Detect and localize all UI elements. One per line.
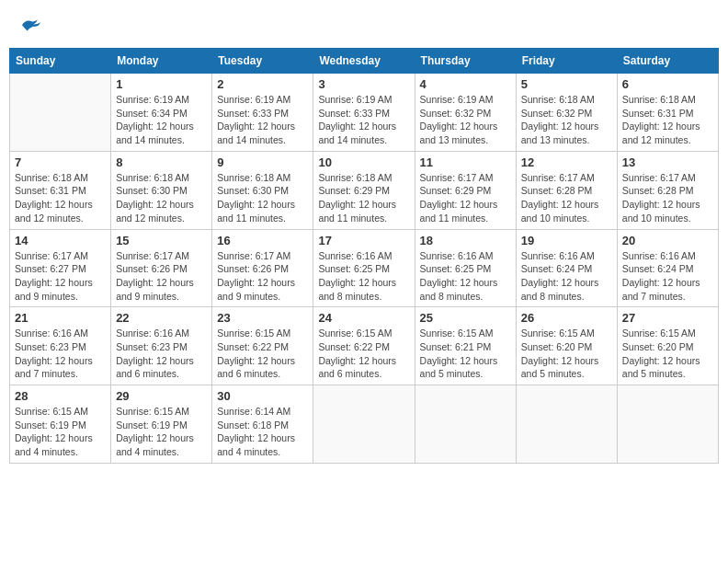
calendar-cell bbox=[617, 385, 718, 464]
calendar-cell bbox=[10, 74, 111, 152]
day-number: 2 bbox=[217, 77, 308, 91]
weekday-header-tuesday: Tuesday bbox=[212, 49, 313, 74]
logo-bird-icon bbox=[18, 17, 40, 35]
day-info: Sunrise: 6:16 AM Sunset: 6:25 PM Dayligh… bbox=[420, 249, 511, 304]
calendar-cell: 25Sunrise: 6:15 AM Sunset: 6:21 PM Dayli… bbox=[415, 307, 516, 385]
day-number: 9 bbox=[217, 155, 308, 169]
calendar-cell: 16Sunrise: 6:17 AM Sunset: 6:26 PM Dayli… bbox=[212, 229, 313, 307]
weekday-header-thursday: Thursday bbox=[415, 49, 516, 74]
day-info: Sunrise: 6:16 AM Sunset: 6:23 PM Dayligh… bbox=[116, 327, 207, 381]
day-number: 23 bbox=[217, 311, 308, 325]
day-number: 12 bbox=[521, 155, 612, 169]
calendar-week-0: 1Sunrise: 6:19 AM Sunset: 6:34 PM Daylig… bbox=[10, 74, 719, 152]
day-info: Sunrise: 6:17 AM Sunset: 6:26 PM Dayligh… bbox=[116, 249, 207, 304]
day-info: Sunrise: 6:18 AM Sunset: 6:29 PM Dayligh… bbox=[318, 171, 409, 225]
day-number: 28 bbox=[15, 389, 106, 403]
day-info: Sunrise: 6:19 AM Sunset: 6:34 PM Dayligh… bbox=[116, 93, 207, 147]
day-number: 27 bbox=[622, 311, 713, 325]
calendar-cell: 14Sunrise: 6:17 AM Sunset: 6:27 PM Dayli… bbox=[10, 229, 111, 307]
calendar-cell: 21Sunrise: 6:16 AM Sunset: 6:23 PM Dayli… bbox=[10, 307, 111, 385]
day-info: Sunrise: 6:15 AM Sunset: 6:22 PM Dayligh… bbox=[318, 327, 409, 381]
weekday-header-wednesday: Wednesday bbox=[313, 49, 415, 74]
calendar-cell: 13Sunrise: 6:17 AM Sunset: 6:28 PM Dayli… bbox=[617, 151, 718, 229]
day-info: Sunrise: 6:16 AM Sunset: 6:23 PM Dayligh… bbox=[15, 327, 106, 381]
day-info: Sunrise: 6:17 AM Sunset: 6:28 PM Dayligh… bbox=[521, 171, 612, 225]
day-info: Sunrise: 6:15 AM Sunset: 6:22 PM Dayligh… bbox=[217, 327, 308, 381]
calendar-cell: 15Sunrise: 6:17 AM Sunset: 6:26 PM Dayli… bbox=[111, 229, 212, 307]
weekday-header-saturday: Saturday bbox=[617, 49, 718, 74]
day-number: 10 bbox=[318, 155, 409, 169]
day-info: Sunrise: 6:18 AM Sunset: 6:31 PM Dayligh… bbox=[622, 93, 713, 147]
calendar-week-4: 28Sunrise: 6:15 AM Sunset: 6:19 PM Dayli… bbox=[10, 385, 719, 464]
calendar-header: SundayMondayTuesdayWednesdayThursdayFrid… bbox=[10, 49, 719, 74]
weekday-header-row: SundayMondayTuesdayWednesdayThursdayFrid… bbox=[10, 49, 719, 74]
logo bbox=[18, 17, 40, 35]
weekday-header-monday: Monday bbox=[111, 49, 212, 74]
day-number: 15 bbox=[116, 234, 207, 247]
calendar-cell: 8Sunrise: 6:18 AM Sunset: 6:30 PM Daylig… bbox=[111, 151, 212, 229]
day-number: 11 bbox=[420, 155, 511, 169]
calendar-cell: 10Sunrise: 6:18 AM Sunset: 6:29 PM Dayli… bbox=[313, 151, 415, 229]
day-number: 16 bbox=[217, 234, 308, 247]
day-info: Sunrise: 6:15 AM Sunset: 6:20 PM Dayligh… bbox=[622, 327, 713, 381]
day-number: 1 bbox=[116, 77, 207, 91]
day-info: Sunrise: 6:16 AM Sunset: 6:24 PM Dayligh… bbox=[521, 249, 612, 304]
day-info: Sunrise: 6:19 AM Sunset: 6:33 PM Dayligh… bbox=[217, 93, 308, 147]
day-number: 30 bbox=[217, 389, 308, 403]
calendar-cell: 26Sunrise: 6:15 AM Sunset: 6:20 PM Dayli… bbox=[516, 307, 617, 385]
day-number: 29 bbox=[116, 389, 207, 403]
calendar-cell: 30Sunrise: 6:14 AM Sunset: 6:18 PM Dayli… bbox=[212, 385, 313, 464]
day-number: 7 bbox=[15, 155, 106, 169]
calendar-cell: 3Sunrise: 6:19 AM Sunset: 6:33 PM Daylig… bbox=[313, 74, 415, 152]
day-number: 5 bbox=[521, 77, 612, 91]
weekday-header-sunday: Sunday bbox=[10, 49, 111, 74]
calendar-cell: 7Sunrise: 6:18 AM Sunset: 6:31 PM Daylig… bbox=[10, 151, 111, 229]
day-number: 19 bbox=[521, 234, 612, 247]
calendar-cell: 6Sunrise: 6:18 AM Sunset: 6:31 PM Daylig… bbox=[617, 74, 718, 152]
calendar-cell: 24Sunrise: 6:15 AM Sunset: 6:22 PM Dayli… bbox=[313, 307, 415, 385]
calendar-cell: 29Sunrise: 6:15 AM Sunset: 6:19 PM Dayli… bbox=[111, 385, 212, 464]
day-info: Sunrise: 6:18 AM Sunset: 6:32 PM Dayligh… bbox=[521, 93, 612, 147]
day-number: 21 bbox=[15, 311, 106, 325]
calendar-body: 1Sunrise: 6:19 AM Sunset: 6:34 PM Daylig… bbox=[10, 74, 719, 464]
day-number: 25 bbox=[420, 311, 511, 325]
calendar-cell: 27Sunrise: 6:15 AM Sunset: 6:20 PM Dayli… bbox=[617, 307, 718, 385]
calendar-cell: 22Sunrise: 6:16 AM Sunset: 6:23 PM Dayli… bbox=[111, 307, 212, 385]
day-number: 24 bbox=[318, 311, 409, 325]
day-number: 13 bbox=[622, 155, 713, 169]
day-info: Sunrise: 6:16 AM Sunset: 6:24 PM Dayligh… bbox=[622, 249, 713, 304]
day-info: Sunrise: 6:17 AM Sunset: 6:27 PM Dayligh… bbox=[15, 249, 106, 304]
calendar-cell: 12Sunrise: 6:17 AM Sunset: 6:28 PM Dayli… bbox=[516, 151, 617, 229]
day-number: 3 bbox=[318, 77, 409, 91]
day-info: Sunrise: 6:19 AM Sunset: 6:33 PM Dayligh… bbox=[318, 93, 409, 147]
calendar-cell: 9Sunrise: 6:18 AM Sunset: 6:30 PM Daylig… bbox=[212, 151, 313, 229]
day-info: Sunrise: 6:15 AM Sunset: 6:19 PM Dayligh… bbox=[116, 405, 207, 459]
day-number: 26 bbox=[521, 311, 612, 325]
day-info: Sunrise: 6:18 AM Sunset: 6:30 PM Dayligh… bbox=[217, 171, 308, 225]
calendar-cell: 1Sunrise: 6:19 AM Sunset: 6:34 PM Daylig… bbox=[111, 74, 212, 152]
calendar-week-3: 21Sunrise: 6:16 AM Sunset: 6:23 PM Dayli… bbox=[10, 307, 719, 385]
day-info: Sunrise: 6:17 AM Sunset: 6:26 PM Dayligh… bbox=[217, 249, 308, 304]
day-info: Sunrise: 6:15 AM Sunset: 6:19 PM Dayligh… bbox=[15, 405, 106, 459]
calendar-cell: 18Sunrise: 6:16 AM Sunset: 6:25 PM Dayli… bbox=[415, 229, 516, 307]
day-number: 20 bbox=[622, 234, 713, 247]
day-number: 6 bbox=[622, 77, 713, 91]
calendar-cell: 28Sunrise: 6:15 AM Sunset: 6:19 PM Dayli… bbox=[10, 385, 111, 464]
calendar-cell: 23Sunrise: 6:15 AM Sunset: 6:22 PM Dayli… bbox=[212, 307, 313, 385]
header bbox=[9, 9, 719, 39]
subtitle bbox=[9, 39, 719, 48]
day-info: Sunrise: 6:14 AM Sunset: 6:18 PM Dayligh… bbox=[217, 405, 308, 459]
day-info: Sunrise: 6:17 AM Sunset: 6:29 PM Dayligh… bbox=[420, 171, 511, 225]
calendar-cell: 4Sunrise: 6:19 AM Sunset: 6:32 PM Daylig… bbox=[415, 74, 516, 152]
calendar-cell: 2Sunrise: 6:19 AM Sunset: 6:33 PM Daylig… bbox=[212, 74, 313, 152]
day-info: Sunrise: 6:19 AM Sunset: 6:32 PM Dayligh… bbox=[420, 93, 511, 147]
day-number: 4 bbox=[420, 77, 511, 91]
day-number: 18 bbox=[420, 234, 511, 247]
day-info: Sunrise: 6:15 AM Sunset: 6:21 PM Dayligh… bbox=[420, 327, 511, 381]
calendar-cell bbox=[415, 385, 516, 464]
calendar-cell: 20Sunrise: 6:16 AM Sunset: 6:24 PM Dayli… bbox=[617, 229, 718, 307]
calendar-table: SundayMondayTuesdayWednesdayThursdayFrid… bbox=[9, 48, 719, 464]
calendar-cell bbox=[516, 385, 617, 464]
calendar-cell: 5Sunrise: 6:18 AM Sunset: 6:32 PM Daylig… bbox=[516, 74, 617, 152]
day-info: Sunrise: 6:18 AM Sunset: 6:31 PM Dayligh… bbox=[15, 171, 106, 225]
